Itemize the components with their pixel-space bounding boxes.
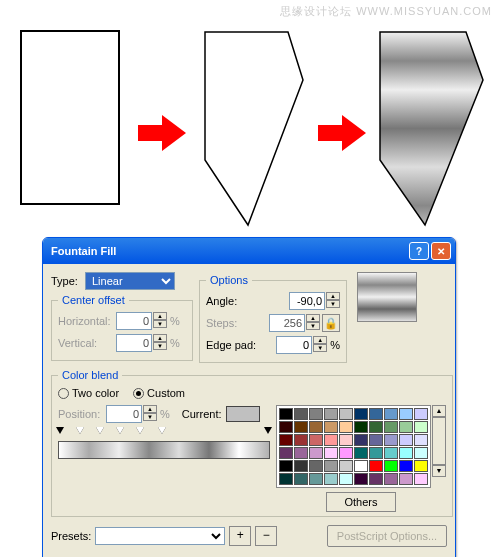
palette-cell[interactable] [294,421,308,433]
palette-cell[interactable] [369,447,383,459]
palette-cell[interactable] [339,447,353,459]
palette-cell[interactable] [384,460,398,472]
steps-input [269,314,305,332]
svg-marker-0 [138,115,186,151]
palette-cell[interactable] [399,460,413,472]
options-legend: Options [206,274,252,286]
palette-cell[interactable] [414,434,428,446]
palette-cell[interactable] [279,408,293,420]
palette-cell[interactable] [354,447,368,459]
spin-up-icon[interactable]: ▲ [313,336,327,344]
presets-select[interactable] [95,527,225,545]
spin-down-icon[interactable]: ▼ [326,300,340,308]
vertical-label: Vertical: [58,337,116,349]
palette-cell[interactable] [324,447,338,459]
palette-cell[interactable] [279,447,293,459]
spin-up-icon: ▲ [153,312,167,320]
palette-cell[interactable] [324,434,338,446]
custom-radio[interactable]: Custom [133,387,185,399]
palette-cell[interactable] [399,408,413,420]
spin-up-icon[interactable]: ▲ [326,292,340,300]
palette-cell[interactable] [369,408,383,420]
palette-cell[interactable] [369,460,383,472]
palette-cell[interactable] [294,408,308,420]
watermark-text: 思缘设计论坛 WWW.MISSYUAN.COM [280,4,492,19]
edge-input[interactable] [276,336,312,354]
gradient-bar[interactable] [58,441,270,459]
scroll-up-icon[interactable]: ▲ [432,405,446,417]
help-icon[interactable]: ? [409,242,429,260]
palette-cell[interactable] [384,408,398,420]
current-label: Current: [182,408,222,420]
add-preset-button[interactable]: + [229,526,251,546]
palette-cell[interactable] [309,421,323,433]
two-color-radio[interactable]: Two color [58,387,119,399]
spin-down-icon: ▼ [153,320,167,328]
spin-down-icon[interactable]: ▼ [313,344,327,352]
presets-label: Presets: [51,530,91,542]
palette-cell[interactable] [294,473,308,485]
color-palette[interactable] [276,405,431,488]
palette-cell[interactable] [414,460,428,472]
palette-cell[interactable] [369,421,383,433]
palette-cell[interactable] [384,421,398,433]
palette-cell[interactable] [369,473,383,485]
palette-cell[interactable] [294,447,308,459]
palette-cell[interactable] [324,421,338,433]
shape-polygon-outline [203,30,313,232]
palette-cell[interactable] [279,434,293,446]
titlebar[interactable]: Fountain Fill ? ✕ [43,238,455,264]
palette-cell[interactable] [279,473,293,485]
palette-cell[interactable] [279,421,293,433]
illustration-area [8,25,492,225]
palette-cell[interactable] [309,473,323,485]
type-select[interactable]: Linear [85,272,175,290]
palette-cell[interactable] [354,473,368,485]
palette-cell[interactable] [309,434,323,446]
remove-preset-button[interactable]: − [255,526,277,546]
palette-cell[interactable] [309,408,323,420]
palette-cell[interactable] [324,473,338,485]
palette-cell[interactable] [294,434,308,446]
others-button[interactable]: Others [326,492,396,512]
palette-cell[interactable] [384,473,398,485]
palette-cell[interactable] [354,434,368,446]
palette-cell[interactable] [324,460,338,472]
palette-cell[interactable] [324,408,338,420]
scroll-track[interactable] [432,417,446,465]
current-color-swatch[interactable] [226,406,260,422]
palette-cell[interactable] [369,434,383,446]
scroll-down-icon[interactable]: ▼ [432,465,446,477]
gradient-markers[interactable] [58,427,270,437]
palette-cell[interactable] [399,473,413,485]
palette-cell[interactable] [339,421,353,433]
palette-cell[interactable] [354,460,368,472]
palette-cell[interactable] [339,408,353,420]
palette-cell[interactable] [294,460,308,472]
palette-cell[interactable] [354,408,368,420]
palette-cell[interactable] [414,408,428,420]
angle-input[interactable] [289,292,325,310]
arrow-icon [318,115,366,151]
close-icon[interactable]: ✕ [431,242,451,260]
palette-cell[interactable] [384,447,398,459]
lock-icon[interactable]: 🔒 [322,314,340,332]
position-label: Position: [58,408,106,420]
palette-cell[interactable] [309,447,323,459]
palette-cell[interactable] [339,473,353,485]
options-group: Options Angle: ▲▼ Steps: ▲▼🔒 Edge pad: ▲… [199,274,347,363]
palette-cell[interactable] [339,434,353,446]
palette-cell[interactable] [354,421,368,433]
palette-cell[interactable] [414,421,428,433]
palette-cell[interactable] [279,460,293,472]
shape-polygon-gradient [378,30,493,232]
palette-cell[interactable] [414,447,428,459]
palette-cell[interactable] [399,434,413,446]
palette-cell[interactable] [414,473,428,485]
palette-cell[interactable] [384,434,398,446]
palette-cell[interactable] [399,421,413,433]
palette-cell[interactable] [399,447,413,459]
palette-cell[interactable] [339,460,353,472]
type-label: Type: [51,275,85,287]
palette-cell[interactable] [309,460,323,472]
